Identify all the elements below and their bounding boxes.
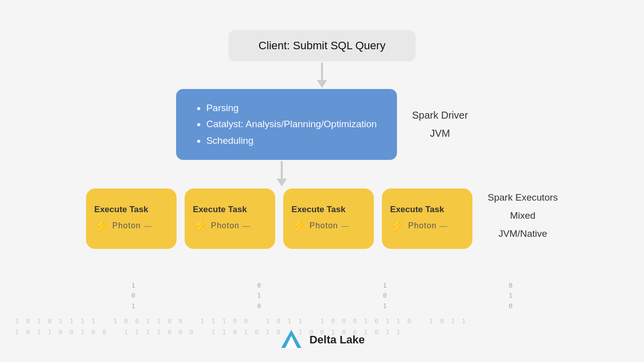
binary-section: 1 0 1 0 1 1 1 1 1 0 0 1 1 0 0 1 1 1 0 0 … bbox=[0, 297, 644, 362]
driver-bullet-3: Scheduling bbox=[206, 133, 377, 149]
arrow-head-1 bbox=[317, 80, 327, 88]
photon-text-3: Photon bbox=[309, 221, 338, 230]
photon-text-1: Photon bbox=[112, 221, 141, 230]
driver-label: Spark Driver JVM bbox=[412, 106, 468, 142]
executor-title-4: Execute Task bbox=[390, 205, 444, 215]
photon-text-2: Photon bbox=[211, 221, 239, 230]
executor-card-2: Execute Task ⚡ Photon — bbox=[185, 189, 275, 249]
executor-title-1: Execute Task bbox=[94, 205, 148, 215]
photon-text-4: Photon bbox=[408, 221, 437, 230]
arrow-1 bbox=[317, 62, 327, 88]
executor-card-1: Execute Task ⚡ Photon — bbox=[86, 189, 177, 249]
arrow-shaft-2 bbox=[281, 161, 283, 178]
executors-row: Execute Task ⚡ Photon — Execute Task ⚡ P… bbox=[86, 189, 472, 249]
lightning-icon-4: ⚡ bbox=[390, 219, 405, 233]
diagram-container: Client: Submit SQL Query Parsing Catalys… bbox=[0, 0, 644, 362]
executor-title-2: Execute Task bbox=[193, 205, 247, 215]
arrow-shaft-1 bbox=[321, 62, 323, 80]
executor-title-3: Execute Task bbox=[291, 205, 345, 215]
photon-dash-3: — bbox=[341, 221, 349, 230]
driver-bullet-2: Catalyst: Analysis/Planning/Optimization bbox=[206, 116, 377, 132]
delta-lake: Delta Lake bbox=[279, 328, 365, 352]
photon-row-1: ⚡ Photon — bbox=[94, 219, 151, 233]
photon-row-2: ⚡ Photon — bbox=[193, 219, 250, 233]
delta-lake-icon bbox=[279, 328, 303, 352]
client-box: Client: Submit SQL Query bbox=[228, 30, 416, 61]
lightning-icon-2: ⚡ bbox=[193, 219, 208, 233]
lightning-icon-3: ⚡ bbox=[291, 219, 306, 233]
photon-dash-2: — bbox=[243, 221, 250, 230]
executors-section: Execute Task ⚡ Photon — Execute Task ⚡ P… bbox=[86, 189, 557, 249]
delta-lake-text: Delta Lake bbox=[309, 333, 365, 346]
lightning-icon-1: ⚡ bbox=[94, 219, 109, 233]
arrow-head-2 bbox=[277, 178, 287, 187]
driver-row: Parsing Catalyst: Analysis/Planning/Opti… bbox=[176, 89, 468, 160]
photon-dash-1: — bbox=[144, 221, 151, 230]
executor-label: Spark Executors Mixed JVM/Native bbox=[488, 189, 557, 243]
photon-row-3: ⚡ Photon — bbox=[291, 219, 349, 233]
driver-bullet-1: Parsing bbox=[206, 100, 377, 116]
driver-box: Parsing Catalyst: Analysis/Planning/Opti… bbox=[176, 89, 397, 160]
photon-row-4: ⚡ Photon — bbox=[390, 219, 447, 233]
arrow-2 bbox=[277, 161, 287, 187]
photon-dash-4: — bbox=[440, 221, 447, 230]
executor-card-4: Execute Task ⚡ Photon — bbox=[382, 189, 472, 249]
executor-card-3: Execute Task ⚡ Photon — bbox=[283, 189, 374, 249]
client-label: Client: Submit SQL Query bbox=[259, 39, 385, 52]
